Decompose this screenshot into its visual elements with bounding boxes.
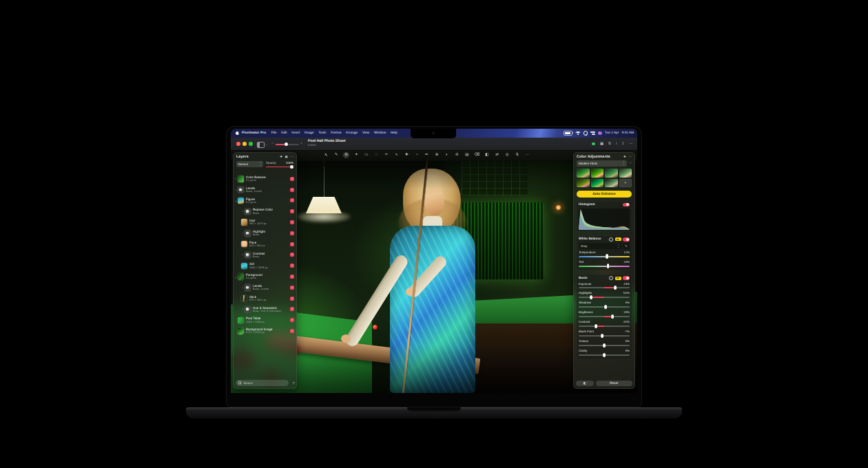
histogram-toggle[interactable] [623, 203, 630, 207]
opacity-slider[interactable] [266, 165, 293, 169]
disclosure-icon[interactable]: › [241, 286, 245, 289]
preset-thumbnail[interactable] [577, 169, 590, 178]
style-tool[interactable]: ⊙ [343, 152, 349, 158]
white-balance-toggle[interactable] [623, 237, 630, 242]
layer-visibility-checkbox[interactable]: ✓ [290, 275, 294, 279]
preset-more-icon[interactable]: ⋯ [628, 161, 632, 165]
disclosure-icon[interactable]: › [241, 210, 245, 213]
layer-style-icon[interactable]: ▣ [285, 155, 288, 159]
disclosure-icon[interactable]: › [241, 232, 245, 235]
layer-row-levels[interactable]: ›LevelsBasic, Levels✓ [233, 184, 297, 195]
disclosure-icon[interactable]: › [241, 308, 245, 310]
layer-visibility-checkbox[interactable]: ✓ [290, 209, 294, 213]
spotlight-icon[interactable] [583, 131, 588, 135]
preset-thumbnail[interactable] [591, 169, 604, 178]
zoom-slider[interactable]: − + [272, 143, 304, 146]
layer-row-contrast[interactable]: ›ContrastBasic✓ [233, 250, 297, 261]
layers-search-field[interactable]: Search [236, 380, 289, 386]
layer-row-figure[interactable]: ⌄Figure8 Layers✓ [233, 195, 297, 206]
disclosure-icon[interactable]: › [234, 189, 238, 191]
menu-file[interactable]: File [269, 131, 279, 135]
menu-window[interactable]: Window [372, 131, 389, 135]
add-layer-icon[interactable]: ✚ [280, 155, 282, 159]
menu-edit[interactable]: Edit [279, 131, 289, 135]
erase-tool[interactable]: ⌫ [474, 152, 480, 158]
slider-knob[interactable] [607, 264, 610, 268]
control-center-icon[interactable] [590, 131, 595, 136]
more-icon[interactable]: ⋯ [630, 142, 633, 146]
layer-row-replace-color[interactable]: ›Replace ColorBasic✓ [233, 206, 297, 217]
apple-menu-icon[interactable] [236, 131, 239, 135]
layer-visibility-checkbox[interactable]: ✓ [290, 242, 294, 246]
layer-row-color-balance[interactable]: ›Color Balance3 Layers✓ [233, 173, 297, 184]
slider-knob[interactable] [603, 353, 606, 358]
zoom-in-icon[interactable]: + [300, 142, 302, 146]
preset-thumbnail[interactable] [605, 169, 618, 178]
fullscreen-button[interactable] [249, 142, 253, 146]
move-tool[interactable]: ↖ [323, 152, 329, 158]
ml-badge[interactable]: ML [615, 277, 621, 280]
menu-date[interactable]: Tue 1 Apr [605, 131, 619, 135]
menu-insert[interactable]: Insert [289, 131, 302, 135]
basic-toggle[interactable] [623, 276, 630, 280]
slider-knob[interactable] [611, 315, 614, 319]
add-tool[interactable]: ✚ [404, 152, 410, 158]
ml-badge[interactable]: ML [615, 237, 621, 241]
export-icon[interactable]: ⧉ [608, 142, 611, 147]
layer-row-hair[interactable]: Hair993 × 1679 px✓ [233, 217, 297, 228]
layer-visibility-checkbox[interactable]: ✓ [290, 286, 294, 290]
preset-thumbnail[interactable] [591, 179, 604, 188]
clone-tool[interactable]: ◔ [413, 152, 420, 158]
disclosure-icon[interactable]: › [241, 253, 245, 256]
white-balance-mode-select[interactable]: Grey ⌃⌄ [579, 243, 621, 249]
minimize-button[interactable] [242, 142, 247, 146]
layer-visibility-checkbox[interactable]: ✓ [290, 253, 294, 257]
layer-visibility-checkbox[interactable]: ✓ [290, 307, 294, 311]
layer-visibility-checkbox[interactable]: ✓ [290, 264, 294, 268]
layer-visibility-checkbox[interactable]: ✓ [290, 198, 294, 202]
slider-control[interactable] [579, 343, 630, 348]
menu-app-name[interactable]: Pixelmator Pro [242, 131, 266, 135]
slider-control[interactable] [579, 315, 630, 319]
adjustments-more-icon[interactable]: ⋯ [628, 155, 632, 159]
blend-mode-select[interactable]: Normal ⌃⌄ [236, 161, 263, 167]
layer-row-levels[interactable]: ›LevelsBasic, Levels✓ [233, 282, 297, 293]
preset-thumbnail[interactable] [619, 169, 632, 178]
sync-status-dot[interactable] [592, 142, 595, 146]
photo-browser-icon[interactable]: ▦ [600, 142, 603, 146]
color-tool[interactable]: ⊚ [454, 152, 460, 158]
crop-tool[interactable]: ◧ [484, 152, 490, 158]
layer-row-highlight[interactable]: ›HighlightBasic✓ [233, 228, 297, 239]
compare-button[interactable]: ◧ [576, 381, 594, 387]
slider-control[interactable] [579, 353, 630, 358]
menu-format[interactable]: Format [329, 131, 344, 135]
pen-tool[interactable]: ✎ [333, 152, 340, 158]
sidebar-chevron-icon[interactable]: ⌄ [265, 142, 268, 147]
more-tools[interactable]: ⋯ [524, 152, 530, 158]
slider-control[interactable] [579, 305, 630, 310]
layer-row-girl[interactable]: Girl2645 × 3296 px✓ [233, 260, 297, 271]
disclosure-icon[interactable]: › [234, 178, 238, 180]
layer-row-pool-table[interactable]: Pool Table2069 × 1365 px✓ [233, 315, 297, 326]
slider-control[interactable] [579, 286, 630, 290]
layer-visibility-checkbox[interactable]: ✓ [290, 297, 294, 301]
info-icon[interactable]: i [616, 142, 617, 146]
wifi-icon[interactable] [575, 131, 581, 136]
layers-more-icon[interactable]: ⋯ [290, 155, 293, 159]
battery-icon[interactable] [564, 131, 572, 136]
menu-image[interactable]: Image [302, 131, 316, 135]
disclosure-icon[interactable]: ⌄ [234, 275, 238, 279]
layer-visibility-checkbox[interactable]: ✓ [290, 177, 294, 181]
cut-tool[interactable]: ✂ [384, 152, 390, 158]
slider-control[interactable] [579, 324, 630, 329]
fill-tool[interactable]: ◐ [444, 152, 450, 158]
preset-thumbnail[interactable] [577, 179, 590, 188]
add-preset-button[interactable]: + [619, 179, 632, 188]
preset-select[interactable]: Modern Films ⌃⌄ [577, 160, 627, 167]
sidebar-toggle-icon[interactable] [257, 142, 265, 148]
rect-select-tool[interactable]: ▭ [363, 152, 369, 158]
pencil-tool[interactable]: ✏ [424, 152, 430, 158]
pattern-tool[interactable]: ▤ [464, 152, 470, 158]
disclosure-icon[interactable]: ⌄ [234, 199, 238, 202]
slider-control[interactable] [579, 254, 630, 259]
